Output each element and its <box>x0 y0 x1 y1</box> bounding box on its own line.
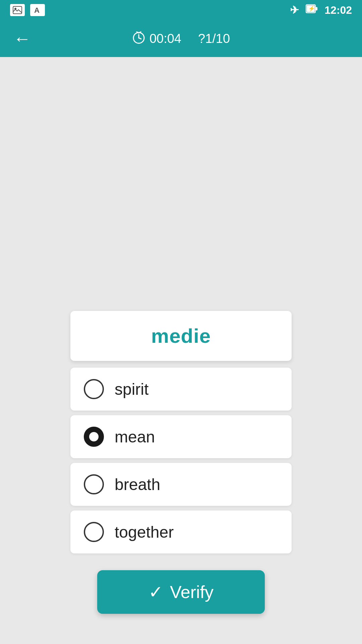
svg-line-9 <box>139 38 141 39</box>
radio-together <box>84 522 104 542</box>
verify-checkmark-icon: ✓ <box>148 582 163 602</box>
options-container: spirit mean breath together <box>70 368 292 553</box>
svg-text:⚡: ⚡ <box>308 5 315 12</box>
status-bar-right: ✈ ⚡ 12:02 <box>290 4 352 16</box>
font-icon: A <box>30 4 45 16</box>
option-together-label: together <box>115 523 174 541</box>
svg-rect-4 <box>315 7 317 10</box>
option-mean-label: mean <box>115 428 155 446</box>
timer-section: 00:04 ?1/10 <box>132 31 230 47</box>
option-together[interactable]: together <box>70 511 292 553</box>
verify-label: Verify <box>170 582 214 602</box>
question-card: medie <box>70 311 292 361</box>
image-icon <box>10 4 25 16</box>
verify-button[interactable]: ✓ Verify <box>97 570 265 614</box>
status-bar: A ✈ ⚡ 12:02 <box>0 0 362 20</box>
question-word: medie <box>151 325 211 347</box>
status-bar-left: A <box>10 4 45 16</box>
option-mean[interactable]: mean <box>70 415 292 458</box>
airplane-icon: ✈ <box>290 4 299 16</box>
main-content: medie spirit mean breath together ✓ Veri… <box>0 57 362 644</box>
timer-icon <box>132 31 145 47</box>
radio-spirit <box>84 379 104 399</box>
svg-text:A: A <box>34 6 40 14</box>
option-spirit-label: spirit <box>115 380 148 398</box>
radio-breath <box>84 474 104 494</box>
timer: 00:04 <box>132 31 181 47</box>
radio-mean <box>84 427 104 447</box>
timer-value: 00:04 <box>149 32 181 46</box>
top-bar: ← 00:04 ?1/10 <box>0 20 362 57</box>
option-breath-label: breath <box>115 475 160 494</box>
clock-time: 12:02 <box>324 4 352 16</box>
option-spirit[interactable]: spirit <box>70 368 292 411</box>
question-counter: ?1/10 <box>198 32 230 46</box>
option-breath[interactable]: breath <box>70 463 292 506</box>
battery-charging-icon: ⚡ <box>306 4 318 16</box>
back-button[interactable]: ← <box>13 30 31 47</box>
